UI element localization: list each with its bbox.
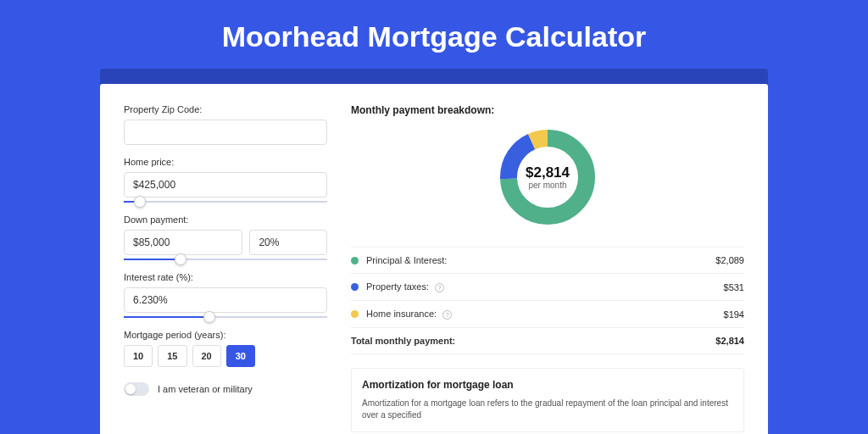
donut-sub: per month — [528, 181, 566, 190]
down-payment-label: Down payment: — [124, 214, 327, 225]
interest-rate-field: Interest rate (%): — [124, 272, 327, 318]
legend-value: $531 — [724, 282, 744, 292]
down-payment-input[interactable] — [124, 230, 242, 255]
period-label: Mortgage period (years): — [124, 330, 327, 340]
dot-icon — [351, 310, 359, 318]
down-payment-field: Down payment: — [124, 214, 327, 260]
veteran-toggle[interactable] — [124, 382, 149, 396]
dot-icon — [351, 257, 359, 264]
legend-total-value: $2,814 — [715, 336, 744, 346]
veteran-row: I am veteran or military — [124, 382, 327, 396]
zip-input[interactable] — [124, 120, 327, 145]
card-backdrop: Property Zip Code: Home price: Down paym… — [100, 69, 768, 434]
donut-chart: $2,814 per month — [497, 126, 598, 228]
period-20-button[interactable]: 20 — [192, 345, 221, 367]
period-15-button[interactable]: 15 — [158, 345, 186, 367]
interest-rate-label: Interest rate (%): — [124, 272, 327, 282]
legend-total-label: Total monthly payment: — [351, 336, 715, 346]
period-field: Mortgage period (years): 10 15 20 30 — [124, 330, 327, 367]
legend-label-text: Home insurance: — [366, 309, 437, 319]
inputs-column: Property Zip Code: Home price: Down paym… — [124, 104, 327, 432]
legend-row-insurance: Home insurance: ? $194 — [351, 301, 744, 328]
zip-label: Property Zip Code: — [124, 104, 327, 114]
legend: Principal & Interest: $2,089 Property ta… — [351, 247, 744, 354]
donut-center: $2,814 per month — [497, 126, 598, 228]
veteran-toggle-knob — [125, 384, 136, 394]
interest-rate-input[interactable] — [124, 287, 327, 313]
legend-row-total: Total monthly payment: $2,814 — [351, 328, 744, 354]
donut-amount: $2,814 — [526, 164, 570, 181]
legend-value: $2,089 — [715, 255, 744, 265]
donut-chart-wrap: $2,814 per month — [351, 126, 744, 228]
home-price-label: Home price: — [124, 157, 327, 167]
down-payment-slider-fill — [124, 259, 181, 260]
amortization-title: Amortization for mortgage loan — [362, 379, 733, 391]
home-price-input[interactable] — [124, 172, 327, 198]
legend-label: Home insurance: ? — [366, 309, 724, 320]
period-buttons: 10 15 20 30 — [124, 345, 327, 367]
legend-row-taxes: Property taxes: ? $531 — [351, 274, 744, 301]
legend-label: Property taxes: ? — [366, 281, 724, 292]
interest-rate-slider[interactable] — [124, 316, 327, 318]
zip-field: Property Zip Code: — [124, 104, 327, 145]
legend-label: Principal & Interest: — [366, 255, 715, 265]
home-price-slider-thumb[interactable] — [134, 196, 146, 208]
down-payment-slider-thumb[interactable] — [175, 253, 186, 265]
dot-icon — [351, 283, 359, 291]
info-icon[interactable]: ? — [435, 283, 444, 292]
amortization-text: Amortization for a mortgage loan refers … — [362, 398, 733, 421]
page-title: Moorhead Mortgage Calculator — [0, 0, 868, 69]
legend-value: $194 — [724, 309, 744, 320]
interest-rate-slider-fill — [124, 316, 209, 318]
breakdown-title: Monthly payment breakdown: — [351, 104, 744, 116]
legend-row-principal: Principal & Interest: $2,089 — [351, 248, 744, 274]
calculator-card: Property Zip Code: Home price: Down paym… — [100, 84, 768, 434]
home-price-slider[interactable] — [124, 201, 327, 203]
down-payment-pct-input[interactable] — [249, 230, 327, 255]
info-icon[interactable]: ? — [442, 310, 452, 320]
veteran-label: I am veteran or military — [158, 384, 253, 394]
period-10-button[interactable]: 10 — [124, 345, 153, 367]
down-payment-slider[interactable] — [124, 259, 327, 260]
amortization-section: Amortization for mortgage loan Amortizat… — [351, 368, 744, 432]
period-30-button[interactable]: 30 — [226, 345, 255, 367]
results-column: Monthly payment breakdown: $2,814 per mo… — [351, 104, 744, 432]
interest-rate-slider-thumb[interactable] — [203, 311, 215, 323]
legend-label-text: Property taxes: — [366, 281, 429, 292]
home-price-field: Home price: — [124, 157, 327, 203]
